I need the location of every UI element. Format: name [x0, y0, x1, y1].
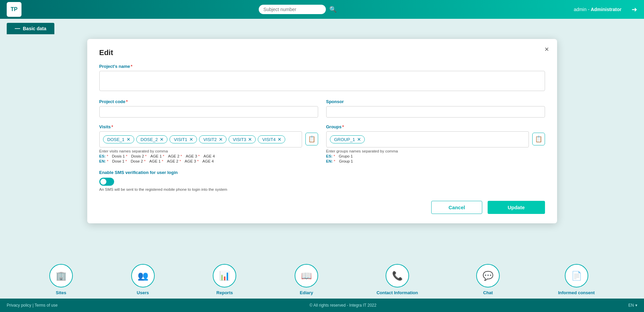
project-code-input[interactable]	[99, 106, 318, 118]
groups-tags-container: GROUP_1✕	[326, 131, 529, 147]
tag-remove-button[interactable]: ✕	[160, 137, 164, 142]
groups-tags-wrapper: GROUP_1✕ 📋	[326, 131, 545, 147]
tag-remove-button[interactable]: ✕	[189, 137, 193, 142]
visits-tags-wrapper: DOSE_1✕DOSE_2✕VISIT1✕VISIT2✕VISIT3✕VISIT…	[99, 131, 318, 147]
close-button[interactable]: ×	[545, 45, 549, 54]
groups-helper: Enter groups names separated by comma	[326, 149, 545, 153]
header: TP 🔍 admin - Administrator ➜	[0, 0, 644, 19]
project-name-field: Project's name*	[99, 64, 545, 92]
visit-tag: VISIT2✕	[199, 135, 227, 143]
search-input[interactable]	[259, 5, 326, 14]
footer-left: Privacy policy | Terms of use	[7, 303, 58, 308]
footer-language[interactable]: EN ▾	[628, 303, 637, 308]
project-name-input[interactable]	[99, 71, 545, 91]
visit-tag: DOSE_2✕	[136, 135, 167, 143]
visits-field: Visits* DOSE_1✕DOSE_2✕VISIT1✕VISIT2✕VISI…	[99, 124, 318, 163]
sponsor-field: Sponsor	[326, 99, 545, 118]
visits-tags-container: DOSE_1✕DOSE_2✕VISIT1✕VISIT2✕VISIT3✕VISIT…	[99, 131, 302, 147]
groups-field: Groups* GROUP_1✕ 📋 Enter groups names se…	[326, 124, 545, 163]
cancel-button[interactable]: Cancel	[431, 201, 482, 214]
visit-tag: DOSE_1✕	[103, 135, 134, 143]
sms-section: Enable SMS verification for user login A…	[99, 170, 545, 191]
update-button[interactable]: Update	[488, 201, 545, 214]
sponsor-input[interactable]	[326, 106, 545, 118]
sponsor-label: Sponsor	[326, 99, 545, 104]
tag-remove-button[interactable]: ✕	[219, 137, 223, 142]
user-role: Administrator	[591, 7, 622, 12]
visits-en-lang: EN: * Dose 1 * Dose 2 * AGE 1 * AGE 2 * …	[99, 159, 318, 163]
footer-copyright: © All rights reserved - Integra IT 2022	[309, 303, 376, 308]
project-name-label: Project's name*	[99, 64, 545, 69]
sms-label: Enable SMS verification for user login	[99, 170, 545, 175]
visit-tag: VISIT1✕	[169, 135, 197, 143]
visits-es-lang: ES: * Dosis 1 * Dosis 2 * AGE 1 * AGE 2 …	[99, 154, 318, 158]
groups-es-lang: ES: * Grupo 1	[326, 154, 545, 158]
tag-remove-button[interactable]: ✕	[278, 137, 282, 142]
modal-overlay: Edit × Project's name* Project code* Spo…	[0, 19, 644, 299]
visits-copy-button[interactable]: 📋	[305, 133, 318, 145]
footer: Privacy policy | Terms of use © All righ…	[0, 299, 644, 312]
project-code-field: Project code*	[99, 99, 318, 118]
language-chevron-icon: ▾	[635, 303, 637, 308]
footer-separator: |	[33, 303, 34, 308]
tag-remove-button[interactable]: ✕	[248, 137, 252, 142]
sms-toggle[interactable]	[99, 178, 114, 186]
groups-copy-button[interactable]: 📋	[532, 133, 545, 145]
header-user: admin - Administrator	[574, 7, 622, 12]
modal-title: Edit	[99, 48, 545, 57]
visit-tag: VISIT3✕	[229, 135, 256, 143]
sms-helper-text: An SMS will be sent to the registered mo…	[99, 187, 545, 191]
tag-remove-button[interactable]: ✕	[357, 137, 361, 142]
project-code-label: Project code*	[99, 99, 318, 104]
groups-en-lang: EN: * Group 1	[326, 159, 545, 163]
logo-text: TP	[11, 6, 17, 12]
search-icon[interactable]: 🔍	[329, 6, 337, 13]
header-search-area: 🔍	[259, 5, 337, 14]
privacy-link[interactable]: Privacy policy	[7, 303, 31, 308]
logout-icon[interactable]: ➜	[632, 5, 637, 13]
terms-link[interactable]: Terms of use	[35, 303, 58, 308]
toggle-wrapper	[99, 178, 545, 186]
modal-footer: Cancel Update	[99, 201, 545, 214]
visit-tag: VISIT4✕	[258, 135, 285, 143]
edit-modal: Edit × Project's name* Project code* Spo…	[87, 39, 557, 223]
logo: TP	[7, 2, 21, 17]
visits-helper: Enter visits names separated by comma	[99, 149, 318, 153]
group-tag: GROUP_1✕	[330, 135, 365, 143]
groups-label: Groups*	[326, 124, 545, 129]
tag-remove-button[interactable]: ✕	[127, 137, 131, 142]
visits-label: Visits*	[99, 124, 318, 129]
